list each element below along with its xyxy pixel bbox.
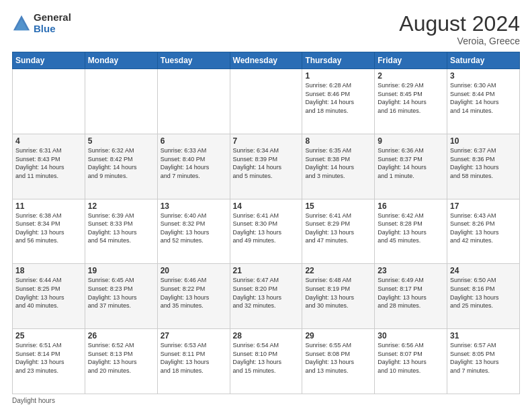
title-block: August 2024 Veroia, Greece xyxy=(399,12,520,46)
footer: Daylight hours xyxy=(12,397,520,404)
day-number: 13 xyxy=(161,201,227,211)
calendar-table: Sunday Monday Tuesday Wednesday Thursday… xyxy=(12,52,520,394)
calendar-cell: 29Sunrise: 6:55 AMSunset: 8:08 PMDayligh… xyxy=(302,329,375,394)
day-info: Sunrise: 6:41 AMSunset: 8:30 PMDaylight:… xyxy=(233,212,300,245)
day-info: Sunrise: 6:40 AMSunset: 8:32 PMDaylight:… xyxy=(161,212,227,245)
day-number: 10 xyxy=(450,136,517,146)
calendar-cell: 10Sunrise: 6:37 AMSunset: 8:36 PMDayligh… xyxy=(447,134,520,199)
day-number: 21 xyxy=(233,266,300,275)
day-number: 31 xyxy=(450,331,517,340)
calendar-cell: 17Sunrise: 6:43 AMSunset: 8:26 PMDayligh… xyxy=(447,199,520,264)
week-row-4: 18Sunrise: 6:44 AMSunset: 8:25 PMDayligh… xyxy=(13,264,520,329)
calendar-cell: 27Sunrise: 6:53 AMSunset: 8:11 PMDayligh… xyxy=(157,329,230,394)
day-info: Sunrise: 6:53 AMSunset: 8:11 PMDaylight:… xyxy=(161,341,227,375)
calendar-cell: 9Sunrise: 6:36 AMSunset: 8:37 PMDaylight… xyxy=(375,134,447,199)
calendar-cell xyxy=(157,69,230,134)
calendar-cell: 13Sunrise: 6:40 AMSunset: 8:32 PMDayligh… xyxy=(157,199,230,264)
logo-text: General Blue xyxy=(34,12,71,34)
day-info: Sunrise: 6:34 AMSunset: 8:39 PMDaylight:… xyxy=(233,146,300,180)
day-number: 22 xyxy=(305,266,371,275)
day-number: 3 xyxy=(450,71,517,81)
logo-general: General xyxy=(34,12,71,24)
day-info: Sunrise: 6:39 AMSunset: 8:33 PMDaylight:… xyxy=(88,212,154,245)
calendar-cell: 5Sunrise: 6:32 AMSunset: 8:42 PMDaylight… xyxy=(85,134,157,199)
day-number: 14 xyxy=(233,201,300,211)
day-number: 9 xyxy=(378,136,444,146)
page: General Blue August 2024 Veroia, Greece … xyxy=(0,0,532,411)
calendar-cell: 31Sunrise: 6:57 AMSunset: 8:05 PMDayligh… xyxy=(447,329,520,394)
day-number: 11 xyxy=(15,201,82,211)
day-number: 25 xyxy=(15,331,82,340)
day-number: 24 xyxy=(450,266,517,275)
calendar-cell: 28Sunrise: 6:54 AMSunset: 8:10 PMDayligh… xyxy=(230,329,302,394)
day-info: Sunrise: 6:46 AMSunset: 8:22 PMDaylight:… xyxy=(161,276,227,310)
day-info: Sunrise: 6:47 AMSunset: 8:20 PMDaylight:… xyxy=(233,276,300,310)
calendar-cell: 18Sunrise: 6:44 AMSunset: 8:25 PMDayligh… xyxy=(13,264,85,329)
day-info: Sunrise: 6:54 AMSunset: 8:10 PMDaylight:… xyxy=(233,341,300,375)
day-info: Sunrise: 6:56 AMSunset: 8:07 PMDaylight:… xyxy=(378,341,444,375)
week-row-3: 11Sunrise: 6:38 AMSunset: 8:34 PMDayligh… xyxy=(13,199,520,264)
calendar-cell: 2Sunrise: 6:29 AMSunset: 8:45 PMDaylight… xyxy=(375,69,447,134)
calendar-cell: 3Sunrise: 6:30 AMSunset: 8:44 PMDaylight… xyxy=(447,69,520,134)
calendar-cell: 22Sunrise: 6:48 AMSunset: 8:19 PMDayligh… xyxy=(302,264,375,329)
calendar-cell: 11Sunrise: 6:38 AMSunset: 8:34 PMDayligh… xyxy=(13,199,85,264)
calendar-cell xyxy=(85,69,157,134)
day-info: Sunrise: 6:29 AMSunset: 8:45 PMDaylight:… xyxy=(378,81,444,115)
day-number: 12 xyxy=(88,201,154,211)
day-number: 5 xyxy=(88,136,154,146)
day-info: Sunrise: 6:28 AMSunset: 8:46 PMDaylight:… xyxy=(305,81,371,115)
calendar-cell: 23Sunrise: 6:49 AMSunset: 8:17 PMDayligh… xyxy=(375,264,447,329)
day-number: 15 xyxy=(305,201,371,211)
calendar-cell: 14Sunrise: 6:41 AMSunset: 8:30 PMDayligh… xyxy=(230,199,302,264)
day-number: 8 xyxy=(305,136,371,146)
month-year: August 2024 xyxy=(399,12,520,36)
day-info: Sunrise: 6:33 AMSunset: 8:40 PMDaylight:… xyxy=(161,146,227,180)
header-wednesday: Wednesday xyxy=(230,52,302,69)
day-number: 28 xyxy=(233,331,300,340)
logo: General Blue xyxy=(12,12,71,34)
location: Veroia, Greece xyxy=(399,36,520,46)
day-info: Sunrise: 6:43 AMSunset: 8:26 PMDaylight:… xyxy=(450,212,517,245)
day-number: 20 xyxy=(161,266,227,275)
day-info: Sunrise: 6:35 AMSunset: 8:38 PMDaylight:… xyxy=(305,146,371,180)
day-info: Sunrise: 6:51 AMSunset: 8:14 PMDaylight:… xyxy=(15,341,82,375)
daylight-label: Daylight hours xyxy=(12,397,55,404)
calendar-cell: 16Sunrise: 6:42 AMSunset: 8:28 PMDayligh… xyxy=(375,199,447,264)
day-info: Sunrise: 6:49 AMSunset: 8:17 PMDaylight:… xyxy=(378,276,444,310)
day-number: 26 xyxy=(88,331,154,340)
week-row-2: 4Sunrise: 6:31 AMSunset: 8:43 PMDaylight… xyxy=(13,134,520,199)
day-info: Sunrise: 6:38 AMSunset: 8:34 PMDaylight:… xyxy=(15,212,82,245)
calendar-cell: 21Sunrise: 6:47 AMSunset: 8:20 PMDayligh… xyxy=(230,264,302,329)
day-info: Sunrise: 6:55 AMSunset: 8:08 PMDaylight:… xyxy=(305,341,371,375)
day-number: 19 xyxy=(88,266,154,275)
day-info: Sunrise: 6:31 AMSunset: 8:43 PMDaylight:… xyxy=(15,146,82,180)
calendar-cell: 12Sunrise: 6:39 AMSunset: 8:33 PMDayligh… xyxy=(85,199,157,264)
header-row: Sunday Monday Tuesday Wednesday Thursday… xyxy=(13,52,520,69)
day-number: 17 xyxy=(450,201,517,211)
day-number: 6 xyxy=(161,136,227,146)
day-info: Sunrise: 6:36 AMSunset: 8:37 PMDaylight:… xyxy=(378,146,444,180)
day-number: 30 xyxy=(378,331,444,340)
header-tuesday: Tuesday xyxy=(157,52,230,69)
day-number: 7 xyxy=(233,136,300,146)
day-info: Sunrise: 6:42 AMSunset: 8:28 PMDaylight:… xyxy=(378,212,444,245)
header-friday: Friday xyxy=(375,52,447,69)
calendar-cell: 7Sunrise: 6:34 AMSunset: 8:39 PMDaylight… xyxy=(230,134,302,199)
calendar-cell: 24Sunrise: 6:50 AMSunset: 8:16 PMDayligh… xyxy=(447,264,520,329)
day-number: 1 xyxy=(305,71,371,81)
day-info: Sunrise: 6:32 AMSunset: 8:42 PMDaylight:… xyxy=(88,146,154,180)
calendar-cell: 1Sunrise: 6:28 AMSunset: 8:46 PMDaylight… xyxy=(302,69,375,134)
day-number: 29 xyxy=(305,331,371,340)
calendar-cell: 8Sunrise: 6:35 AMSunset: 8:38 PMDaylight… xyxy=(302,134,375,199)
day-info: Sunrise: 6:50 AMSunset: 8:16 PMDaylight:… xyxy=(450,276,517,310)
day-number: 18 xyxy=(15,266,82,275)
day-info: Sunrise: 6:44 AMSunset: 8:25 PMDaylight:… xyxy=(15,276,82,310)
calendar-cell: 15Sunrise: 6:41 AMSunset: 8:29 PMDayligh… xyxy=(302,199,375,264)
day-info: Sunrise: 6:52 AMSunset: 8:13 PMDaylight:… xyxy=(88,341,154,375)
calendar-cell: 30Sunrise: 6:56 AMSunset: 8:07 PMDayligh… xyxy=(375,329,447,394)
calendar-cell: 6Sunrise: 6:33 AMSunset: 8:40 PMDaylight… xyxy=(157,134,230,199)
week-row-5: 25Sunrise: 6:51 AMSunset: 8:14 PMDayligh… xyxy=(13,329,520,394)
week-row-1: 1Sunrise: 6:28 AMSunset: 8:46 PMDaylight… xyxy=(13,69,520,134)
day-number: 23 xyxy=(378,266,444,275)
day-info: Sunrise: 6:45 AMSunset: 8:23 PMDaylight:… xyxy=(88,276,154,310)
